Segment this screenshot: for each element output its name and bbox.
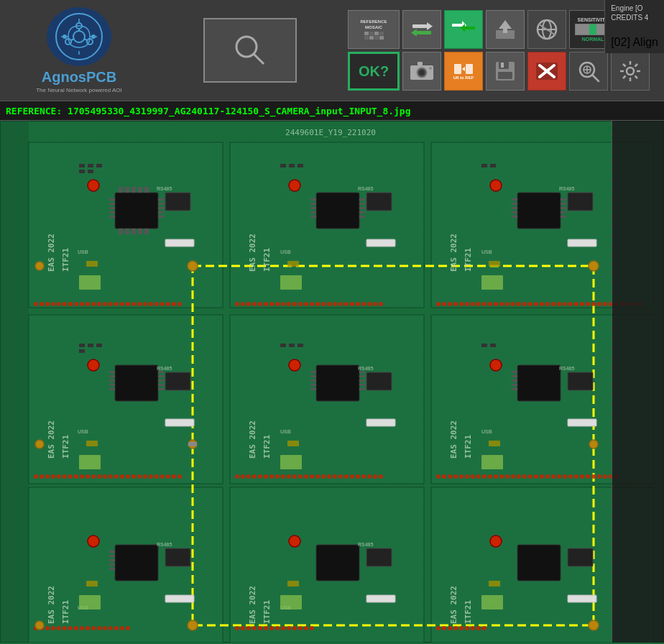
swap-button[interactable] <box>402 10 441 49</box>
svg-text:USB: USB <box>78 429 88 434</box>
svg-point-407 <box>258 626 262 630</box>
svg-point-352 <box>373 474 377 479</box>
svg-marker-17 <box>427 22 433 30</box>
svg-point-344 <box>327 474 331 479</box>
svg-rect-165 <box>109 555 115 557</box>
svg-point-425 <box>482 626 487 630</box>
svg-rect-94 <box>109 203 115 205</box>
ref-mosaic-button[interactable]: REFERENCEMOSAIC <box>348 10 400 49</box>
svg-rect-473 <box>280 595 302 610</box>
uitoref-icon <box>453 63 474 75</box>
svg-rect-128 <box>512 211 517 213</box>
svg-point-409 <box>269 626 274 630</box>
svg-text:EAS 2022: EAS 2022 <box>47 586 56 624</box>
svg-point-412 <box>287 626 291 630</box>
svg-point-48 <box>627 68 634 75</box>
search-preview[interactable] <box>203 18 297 83</box>
svg-rect-125 <box>512 198 517 201</box>
svg-rect-96 <box>109 211 115 213</box>
svg-rect-164 <box>109 551 115 553</box>
svg-rect-158 <box>512 371 517 373</box>
svg-rect-104 <box>125 187 129 193</box>
compare-icon <box>452 19 475 40</box>
save-icon <box>494 60 516 82</box>
pcb-canvas[interactable]: 2449601E_Y19_221020 <box>0 121 664 644</box>
svg-point-307 <box>63 474 67 479</box>
svg-rect-456 <box>280 164 286 167</box>
svg-rect-108 <box>119 229 123 234</box>
svg-point-321 <box>143 474 147 479</box>
svg-point-286 <box>551 302 555 306</box>
camera-button[interactable] <box>402 52 441 91</box>
svg-rect-188 <box>568 595 596 602</box>
svg-rect-443 <box>489 581 500 586</box>
main-pcb-view[interactable]: 2449601E_Y19_221020 <box>0 121 664 644</box>
svg-point-256 <box>327 302 331 306</box>
svg-point-229 <box>120 302 124 306</box>
svg-rect-109 <box>125 229 129 234</box>
svg-point-373 <box>545 474 550 479</box>
settings-button[interactable] <box>611 52 650 91</box>
svg-rect-118 <box>310 216 316 218</box>
svg-point-260 <box>350 302 354 306</box>
svg-point-420 <box>453 626 458 630</box>
svg-text:EAS 2022: EAS 2022 <box>449 420 458 459</box>
svg-text:EAS 2022: EAS 2022 <box>449 234 458 272</box>
svg-point-267 <box>442 302 446 306</box>
reject-button[interactable] <box>527 52 566 91</box>
svg-rect-34 <box>466 64 473 74</box>
svg-point-220 <box>68 302 73 306</box>
svg-point-341 <box>310 474 314 479</box>
svg-point-287 <box>557 302 561 306</box>
zoom-button[interactable] <box>569 52 608 91</box>
svg-point-174 <box>88 359 99 371</box>
svg-text:EAS 2022: EAS 2022 <box>248 420 257 459</box>
svg-point-318 <box>126 474 130 479</box>
svg-point-329 <box>241 474 245 479</box>
svg-point-422 <box>465 626 469 630</box>
svg-point-428 <box>188 620 198 630</box>
svg-text:EAS 2022: EAS 2022 <box>449 586 458 624</box>
svg-rect-136 <box>109 371 115 373</box>
svg-point-376 <box>563 474 567 479</box>
svg-point-176 <box>490 359 502 371</box>
svg-point-226 <box>103 302 107 306</box>
svg-point-348 <box>350 474 354 479</box>
svg-point-337 <box>287 474 291 479</box>
svg-rect-465 <box>490 344 496 347</box>
svg-point-228 <box>114 302 119 306</box>
svg-rect-187 <box>366 595 395 602</box>
export-button[interactable] <box>486 10 525 49</box>
uitoref-button[interactable]: UII to REF <box>444 52 483 91</box>
svg-text:EAS 2022: EAS 2022 <box>248 586 257 624</box>
svg-rect-93 <box>109 198 115 201</box>
svg-point-393 <box>74 626 78 630</box>
svg-point-416 <box>310 626 314 630</box>
svg-text:EAS 2022: EAS 2022 <box>248 234 257 272</box>
svg-point-277 <box>499 302 504 306</box>
save-button[interactable] <box>486 52 525 91</box>
svg-text:RS485: RS485 <box>157 366 172 371</box>
ok-button[interactable]: OK? <box>348 52 400 91</box>
svg-line-15 <box>254 54 264 64</box>
svg-rect-197 <box>568 548 593 566</box>
compare-button[interactable] <box>444 10 483 49</box>
hide-button[interactable] <box>527 10 566 49</box>
svg-point-13 <box>91 34 96 39</box>
svg-point-315 <box>109 474 113 479</box>
reference-bar: REFERENCE: 1705495330_4319997_AG240117-1… <box>0 101 664 121</box>
svg-rect-122 <box>359 211 365 213</box>
svg-rect-95 <box>109 207 115 209</box>
svg-point-311 <box>86 474 90 479</box>
svg-rect-467 <box>280 275 302 290</box>
svg-point-224 <box>91 302 96 306</box>
svg-point-395 <box>86 626 90 630</box>
svg-rect-156 <box>359 388 365 390</box>
svg-point-222 <box>80 302 84 306</box>
svg-point-12 <box>63 34 67 39</box>
svg-point-431 <box>589 440 598 448</box>
svg-point-261 <box>356 302 360 306</box>
svg-point-432 <box>35 262 44 270</box>
svg-rect-185 <box>568 419 596 426</box>
svg-rect-191 <box>568 193 593 211</box>
